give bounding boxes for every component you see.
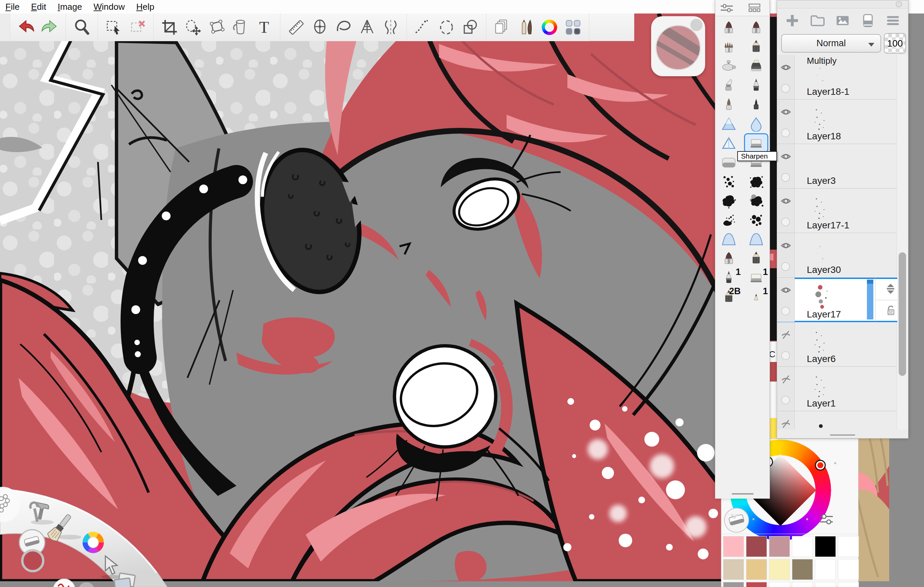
palette-swatch[interactable] — [792, 582, 813, 587]
palette-swatch[interactable] — [746, 582, 767, 587]
brush-item[interactable] — [717, 18, 741, 37]
visibility-eye-icon[interactable] — [780, 107, 792, 117]
brush-item[interactable] — [717, 38, 741, 56]
layer-row[interactable]: Layer6 — [777, 322, 897, 367]
paint-bucket-icon[interactable] — [229, 15, 252, 39]
ellipse-select-icon[interactable] — [182, 15, 205, 39]
layer-thumbnail[interactable] — [807, 194, 839, 221]
visibility-eye-icon[interactable] — [780, 374, 792, 384]
brush-panel-resize-grip[interactable] — [732, 493, 754, 495]
brush-item[interactable]: 1 — [744, 268, 768, 287]
color-wheel-icon[interactable] — [538, 15, 561, 39]
ellipse-snap-icon[interactable] — [308, 15, 332, 39]
palette-swatch[interactable] — [746, 559, 767, 580]
blend-mode-select[interactable]: Normal — [781, 34, 881, 53]
unlock-transparency-icon[interactable] — [885, 305, 897, 317]
shape-brush-icon[interactable] — [458, 15, 482, 39]
layer-row[interactable]: Layer17-1 — [777, 189, 897, 233]
brush-item[interactable] — [717, 230, 741, 248]
alpha-lock-circle[interactable] — [781, 396, 790, 404]
layers-scrollbar[interactable] — [897, 55, 908, 429]
visibility-eye-icon[interactable] — [780, 151, 792, 161]
layer-reorder-icon[interactable] — [884, 283, 897, 295]
deselect-icon[interactable] — [125, 15, 149, 39]
menu-edit[interactable]: Edit — [31, 2, 46, 12]
brush-item[interactable]: 1 — [717, 268, 741, 287]
alpha-lock-circle[interactable] — [781, 218, 790, 226]
brush-pencil-icon[interactable] — [514, 15, 538, 39]
brush-item[interactable] — [717, 76, 741, 95]
layer-folder-icon[interactable] — [810, 13, 825, 28]
layers-panel-button[interactable] — [896, 1, 902, 7]
brush-item[interactable] — [744, 95, 768, 114]
visibility-eye-icon[interactable] — [780, 330, 792, 340]
layer-row[interactable]: Layer30 — [777, 233, 897, 278]
palette-swatch[interactable] — [792, 559, 813, 580]
color-sliders-icon[interactable] — [818, 513, 834, 526]
brush-item[interactable] — [744, 172, 768, 191]
brush-item[interactable] — [717, 191, 741, 210]
palette-swatch[interactable] — [723, 536, 744, 557]
perspective-snap-icon[interactable] — [355, 15, 379, 39]
visibility-eye-icon[interactable] — [780, 285, 792, 295]
alpha-lock-circle[interactable] — [781, 128, 790, 137]
brush-item[interactable] — [744, 38, 768, 56]
layer-thumbnail[interactable] — [807, 105, 839, 132]
menu-help[interactable]: Help — [136, 2, 154, 12]
menu-image[interactable]: Image — [58, 2, 82, 12]
palette-swatch[interactable] — [838, 582, 859, 587]
visibility-eye-icon[interactable] — [780, 196, 792, 206]
preview-handle-dot[interactable] — [690, 19, 703, 31]
brush-size-preview[interactable] — [651, 16, 705, 76]
palette-swatch[interactable] — [723, 559, 744, 580]
menu-window[interactable]: Window — [94, 2, 125, 12]
gray-ball-icon[interactable] — [78, 582, 94, 587]
layer-row[interactable]: Layer18 — [777, 100, 897, 144]
layer-row[interactable]: Multiply Layer18-1 — [777, 55, 897, 100]
layers-panel-resize-grip[interactable] — [830, 434, 855, 436]
layer-image-icon[interactable] — [835, 13, 850, 28]
ruler-snap-icon[interactable] — [284, 15, 308, 39]
brush-item[interactable] — [744, 191, 768, 210]
layer-row[interactable] — [777, 411, 897, 429]
crop-icon[interactable] — [158, 15, 182, 39]
snap-ellipse-off-icon[interactable] — [435, 15, 458, 39]
visibility-eye-icon[interactable] — [780, 62, 792, 72]
brush-item[interactable] — [744, 249, 768, 268]
layer-opacity-field[interactable]: 100 — [884, 33, 906, 54]
layer-thumbnail[interactable] — [807, 238, 839, 265]
palette-swatch[interactable] — [792, 536, 813, 557]
visibility-eye-icon[interactable] — [780, 419, 792, 429]
palette-swatch[interactable] — [815, 582, 836, 587]
brush-item[interactable] — [717, 210, 741, 229]
palette-swatch[interactable] — [769, 536, 790, 557]
snap-curve-off-icon[interactable] — [411, 15, 435, 39]
palette-swatch[interactable] — [723, 582, 744, 587]
palette-swatch[interactable] — [838, 536, 859, 557]
brush-item[interactable] — [744, 114, 768, 133]
palette-swatch[interactable] — [838, 559, 859, 580]
palette-swatch[interactable] — [769, 559, 790, 580]
undo-arrow-icon[interactable] — [14, 15, 38, 39]
layer-eraser-sheet-icon[interactable] — [860, 13, 876, 28]
panel-grid-icon[interactable] — [561, 15, 585, 39]
palette-swatch[interactable] — [815, 536, 836, 557]
add-layer-icon[interactable] — [785, 13, 800, 28]
palette-swatch[interactable] — [746, 536, 767, 557]
redo-arrow-icon[interactable] — [38, 15, 61, 39]
curve-snap-icon[interactable] — [332, 15, 355, 39]
brush-item[interactable]: 2B — [717, 288, 741, 306]
layer-thumbnail[interactable] — [807, 150, 839, 176]
layer-thumbnail[interactable] — [807, 283, 839, 310]
brush-item[interactable] — [717, 95, 741, 114]
brush-item[interactable] — [744, 57, 768, 76]
scribble-ball-icon[interactable] — [53, 579, 75, 587]
brush-item[interactable]: 1 — [744, 288, 768, 306]
layer-thumbnail[interactable] — [807, 327, 839, 355]
brush-list-view-icon[interactable] — [748, 3, 761, 13]
transparent-color-button[interactable] — [724, 508, 749, 533]
layers-menu-icon[interactable] — [885, 13, 901, 28]
alpha-lock-circle[interactable] — [781, 351, 790, 360]
select-rect-icon[interactable] — [102, 15, 125, 39]
layers-scrollbar-thumb[interactable] — [899, 252, 906, 376]
